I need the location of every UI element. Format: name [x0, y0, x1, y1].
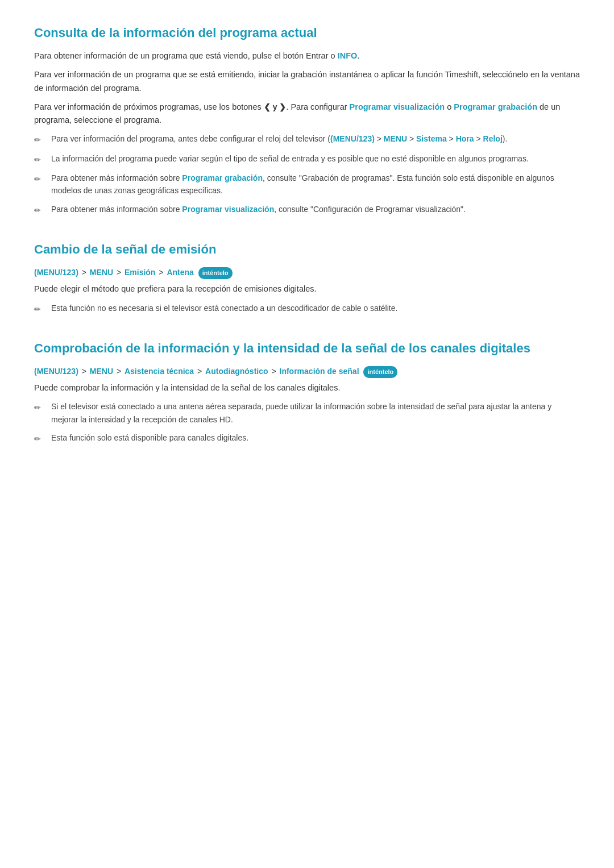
- section1-para2: Para ver información de un programa que …: [34, 68, 580, 94]
- section3-breadcrumb: (MENU/123) > MENU > Asistencia técnica >…: [34, 365, 580, 378]
- note-text-2: La información del programa puede variar…: [51, 152, 580, 165]
- note-text-1: Para ver información del programa, antes…: [51, 132, 580, 145]
- breadcrumb-item: Información de señal: [280, 367, 359, 376]
- breadcrumb-item: Emisión: [125, 268, 155, 277]
- note-item: ✏ Esta función solo está disponible para…: [34, 431, 580, 445]
- section1-para1: Para obtener información de un programa …: [34, 49, 580, 63]
- note-item: ✏ Para ver información del programa, ant…: [34, 132, 580, 146]
- note-text-3: Para obtener más información sobre Progr…: [51, 172, 580, 197]
- note-item: ✏ La información del programa puede vari…: [34, 152, 580, 166]
- section2-title: Cambio de la señal de emisión: [34, 239, 580, 259]
- section3-title: Comprobación de la información y la inte…: [34, 338, 580, 358]
- breadcrumb-item: (MENU/123): [34, 367, 78, 376]
- pencil-icon: ✏: [34, 303, 47, 315]
- breadcrumb-item: Antena: [167, 268, 193, 277]
- section1-title: Consulta de la información del programa …: [34, 23, 580, 43]
- note-text-6: Si el televisor está conectado a una ant…: [51, 400, 580, 426]
- breadcrumb-item: MENU: [90, 268, 113, 277]
- section1-para3: Para ver información de próximos program…: [34, 101, 580, 127]
- section2-notes: ✏ Esta función no es necesaria si el tel…: [34, 302, 580, 315]
- section-consulta: Consulta de la información del programa …: [34, 23, 580, 217]
- pencil-icon: ✏: [34, 153, 47, 166]
- section3-notes: ✏ Si el televisor está conectado a una a…: [34, 400, 580, 445]
- note-item: ✏ Para obtener más información sobre Pro…: [34, 203, 580, 217]
- breadcrumb-item: Asistencia técnica: [125, 367, 194, 376]
- note-item: ✏ Esta función no es necesaria si el tel…: [34, 302, 580, 315]
- note-text-7: Esta función solo está disponible para c…: [51, 431, 580, 444]
- pencil-icon: ✏: [34, 401, 47, 414]
- section-comprobacion: Comprobación de la información y la inte…: [34, 338, 580, 446]
- note-text-5: Esta función no es necesaria si el telev…: [51, 302, 580, 314]
- intentelo-badge: inténtelo: [363, 366, 397, 379]
- intentelo-badge: inténtelo: [198, 267, 233, 280]
- section2-breadcrumb: (MENU/123) > MENU > Emisión > Antena int…: [34, 266, 580, 279]
- breadcrumb-item: Autodiagnóstico: [205, 367, 268, 376]
- pencil-icon: ✏: [34, 173, 47, 185]
- note-item: ✏ Si el televisor está conectado a una a…: [34, 400, 580, 426]
- note-text-4: Para obtener más información sobre Progr…: [51, 203, 580, 215]
- section3-description: Puede comprobar la información y la inte…: [34, 381, 580, 394]
- note-item: ✏ Para obtener más información sobre Pro…: [34, 172, 580, 197]
- section-cambio: Cambio de la señal de emisión (MENU/123)…: [34, 239, 580, 315]
- breadcrumb-item: MENU: [90, 367, 113, 376]
- breadcrumb-item: (MENU/123): [34, 268, 78, 277]
- pencil-icon: ✏: [34, 433, 47, 445]
- pencil-icon: ✏: [34, 204, 47, 217]
- section1-notes: ✏ Para ver información del programa, ant…: [34, 132, 580, 217]
- section2-description: Puede elegir el método que prefiera para…: [34, 283, 580, 296]
- pencil-icon: ✏: [34, 134, 47, 146]
